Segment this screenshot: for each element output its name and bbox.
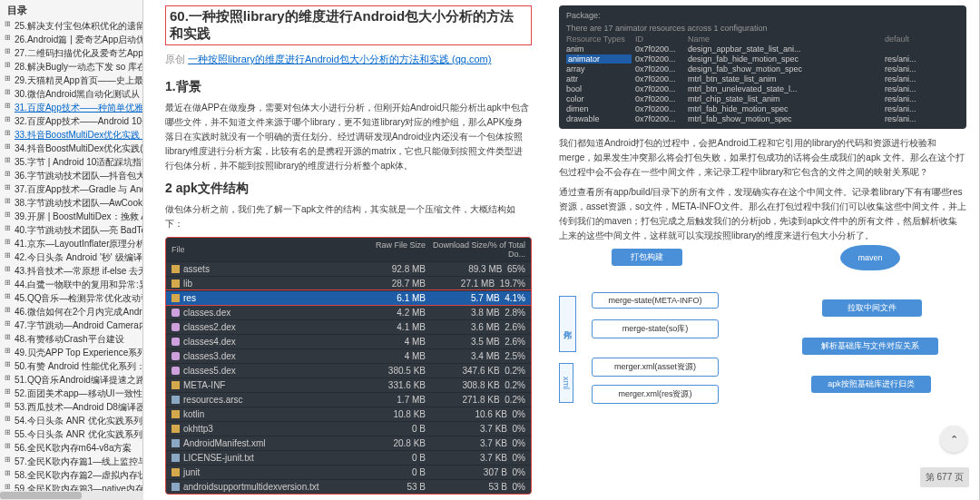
- file-table-row[interactable]: lib28.7 MB27.1 MB 19.7%: [166, 276, 531, 290]
- toc-item[interactable]: 31.百度App技术——种简单优雅的TextV: [4, 101, 142, 114]
- main-content: 60.一种按照library的维度进行Android包大小分析的方法和实践 原创…: [143, 0, 980, 500]
- file-table-header: File Raw File Size Download Size/% of To…: [166, 238, 531, 261]
- resource-cell: [885, 44, 959, 54]
- toc-item[interactable]: 46.微信如何在2个月内完成Android跟功: [4, 305, 142, 319]
- toc-item[interactable]: 47.字节跳动—Android Camera内存问题: [4, 319, 142, 332]
- toc-item[interactable]: 37.百度App技术—Gradle 与 Android 构: [4, 182, 142, 196]
- file-table-row[interactable]: classes2.dex4.1 MB3.6 MB 2.6%: [166, 319, 531, 334]
- toc-item[interactable]: 44.白鹭一物联中的复用和异常:异常处理: [4, 278, 142, 291]
- para-build-files: 通过查看所有app/build/目录下的所有文件，发现确实存在这个中间文件。记录…: [559, 185, 966, 243]
- toc-item[interactable]: 49.贝壳APP Top Experience系列 | And: [4, 346, 142, 359]
- dex-icon: [172, 367, 180, 375]
- resource-cell[interactable]: attr: [566, 74, 632, 83]
- folder-icon: [172, 468, 180, 476]
- node-parse: 解析基础库与文件对应关系: [802, 338, 938, 355]
- h2-background: 1.背景: [165, 79, 532, 95]
- subtitle: 原创 一种按照library的维度进行Android包大小分析的方法和实践 (q…: [165, 53, 532, 66]
- toc-item[interactable]: 57.全民K歌内存篇1—线上监控与综合治: [4, 455, 142, 468]
- toc-item[interactable]: 27.二维码扫描优化及爱奇艺App的实践: [4, 46, 142, 60]
- file-icon: [172, 439, 180, 447]
- resource-cell[interactable]: color: [566, 94, 632, 103]
- toc-item[interactable]: 41.京东—LayoutInflater原理分析与复杂: [4, 237, 142, 250]
- toc-item[interactable]: 53.西瓜技术—Android D8编译器 "书": [4, 400, 142, 414]
- right-page: Package: There are 17 animator resources…: [546, 0, 979, 500]
- toc-item[interactable]: 26.Android篇 | 爱奇艺App启动优化实践: [4, 33, 142, 46]
- para-background: 最近在做APP在做瘦身，需要对包体大小进行分析，但刚开始Android只能分析出…: [165, 101, 532, 173]
- file-table-row[interactable]: LICENSE-junit.txt0 B3.7 KB 0%: [166, 450, 531, 465]
- toc-item[interactable]: 25.解决支付宝包体积优化的遗留问题：运: [4, 19, 142, 33]
- toc-item[interactable]: 50.有赞 Android 性能优化系列：Java 内: [4, 359, 142, 373]
- toc-item[interactable]: 48.有赞移动Crash平台建设: [4, 332, 142, 346]
- file-table-row[interactable]: okhttp30 B3.7 KB 0%: [166, 421, 531, 436]
- file-table-row[interactable]: classes4.dex4 MB3.5 MB 2.6%: [166, 334, 531, 348]
- node-serialize: 序列化: [559, 296, 576, 352]
- toc-item[interactable]: 39.开屏 | BoostMultiDex：挽救 Androi: [4, 210, 142, 223]
- dex-icon: [172, 352, 180, 360]
- resource-cell: res/ani...: [885, 84, 959, 93]
- file-table-row[interactable]: res6.1 MB5.7 MB 4.1%: [166, 290, 531, 305]
- resource-cell: 0x7f0200...: [635, 114, 684, 123]
- folder-icon: [172, 410, 180, 418]
- toc-item[interactable]: 38.字节跳动技术团队—AwCookieMana: [4, 196, 142, 210]
- resource-cell: res/ani...: [885, 114, 959, 123]
- resource-cell: mtrl_fab_show_motion_spec: [688, 114, 881, 123]
- toc-item[interactable]: 29.天猫精灵App首页——史上最全Android渲染: [4, 74, 142, 87]
- toc-item[interactable]: 43.抖音技术—常原想 if-else 去天呢？: [4, 264, 142, 278]
- file-table-row[interactable]: AndroidManifest.xml20.8 KB3.7 KB 0%: [166, 436, 531, 450]
- toc-item[interactable]: 56.全民K歌内存m64-v8a方案: [4, 441, 142, 455]
- file-table-row[interactable]: junit0 B307 B 0%: [166, 465, 531, 479]
- toc-item[interactable]: 33.抖音BoostMultiDex优化实践：Andro: [4, 128, 142, 142]
- file-table-row[interactable]: classes5.dex380.5 KB347.6 KB 0.2%: [166, 363, 531, 377]
- left-page: 60.一种按照library的维度进行Android包大小分析的方法和实践 原创…: [143, 0, 546, 500]
- file-table-row[interactable]: assets92.8 MB89.3 MB 65%: [166, 261, 531, 276]
- toc-item[interactable]: 35.字节 | Android 10适配踩坑指南: [4, 155, 142, 169]
- resource-cell[interactable]: array: [566, 64, 632, 74]
- file-table-row[interactable]: META-INF331.6 KB308.8 KB 0.2%: [166, 377, 531, 392]
- file-table-row[interactable]: classes3.dex4 MB3.4 MB 2.5%: [166, 348, 531, 363]
- folder-icon: [172, 279, 180, 288]
- resource-cell: 0x7f0200...: [635, 74, 684, 83]
- toc-item[interactable]: 34.抖音BoostMultiDex优化实践(二): [4, 142, 142, 155]
- flow-diagram: 打包构建 maven 序列化 xml merge-state(META-INFO…: [559, 249, 966, 430]
- resource-cell: mtrl_btn_unelevated_state_l...: [688, 84, 881, 93]
- toc-item[interactable]: 54.今日头条 ANR 优化实践系列 - 设计: [4, 414, 142, 427]
- toc-title: 目录: [4, 2, 142, 19]
- resource-cell: 0x7f0200...: [635, 44, 684, 54]
- file-table-row[interactable]: kotlin10.8 KB10.6 KB 0%: [166, 407, 531, 421]
- toc-item[interactable]: 58.全民K歌内存篇2—虚拟内存状: [4, 468, 142, 482]
- resource-cell: mtrl_chip_state_list_anim: [688, 94, 881, 103]
- toc-item[interactable]: 42.今日头条 Android '秒' 级编译速度优: [4, 250, 142, 264]
- page-title: 60.一种按照library的维度进行Android包大小分析的方法和实践: [165, 5, 532, 45]
- folder-icon: [172, 381, 180, 389]
- node-fetch: 拉取中间文件: [822, 299, 922, 317]
- dex-icon: [172, 338, 180, 346]
- toc-item[interactable]: 40.字节跳动技术团队—亮 BadTokenE: [4, 223, 142, 237]
- resource-cell[interactable]: animator: [566, 54, 632, 64]
- file-table-row[interactable]: resources.arsc1.7 MB271.8 KB 0.2%: [166, 392, 531, 407]
- page-number: 第 677 页: [920, 467, 969, 487]
- toc-item[interactable]: 55.今日头条 ANR 优化实践系列 - 监控工: [4, 427, 142, 441]
- resource-cell[interactable]: drawable: [566, 114, 632, 123]
- resource-cell[interactable]: bool: [566, 84, 632, 93]
- resource-cell[interactable]: anim: [566, 44, 632, 54]
- para-build-process: 我们都知道Android打包的过程中，会把Android工程和它引用的libra…: [559, 136, 966, 180]
- toc-item[interactable]: 45.QQ音乐—检测异常优化改动帮助: [4, 291, 142, 305]
- scroll-top-button[interactable]: ⌃: [940, 426, 967, 453]
- resource-cell[interactable]: dimen: [566, 104, 632, 113]
- toc-item[interactable]: 51.QQ音乐Android编译提速之路: [4, 373, 142, 387]
- toc-item[interactable]: 36.字节跳动技术团队—抖音包大小优化:: [4, 169, 142, 182]
- sidebar-scrollbar[interactable]: [0, 491, 143, 500]
- resource-cell: res/ani...: [885, 54, 959, 64]
- source-link[interactable]: 一种按照library的维度进行Android包大小分析的方法和实践 (qq.c…: [188, 54, 491, 64]
- file-table-row[interactable]: classes.dex4.2 MB3.8 MB 2.8%: [166, 305, 531, 319]
- h2-apk-struct: 2 apk文件结构: [165, 181, 532, 197]
- toc-item[interactable]: 28.解决Bugly一动态下发 so 库在 Androi: [4, 60, 142, 74]
- file-table-row[interactable]: androidsupportmultidexversion.txt53 B53 …: [166, 479, 531, 494]
- file-table: File Raw File Size Download Size/% of To…: [165, 237, 532, 495]
- node-merger-res: merger.xml(res资源): [592, 385, 719, 404]
- toc-item[interactable]: 30.微信Android黑自动化测试从: [4, 87, 142, 101]
- toc-item[interactable]: 52.面团美术app—移动UI一致性的探索: [4, 387, 142, 400]
- folder-icon: [172, 265, 180, 273]
- file-icon: [172, 454, 180, 462]
- toc-item[interactable]: 32.百度App技术——Android 10分区存储: [4, 114, 142, 128]
